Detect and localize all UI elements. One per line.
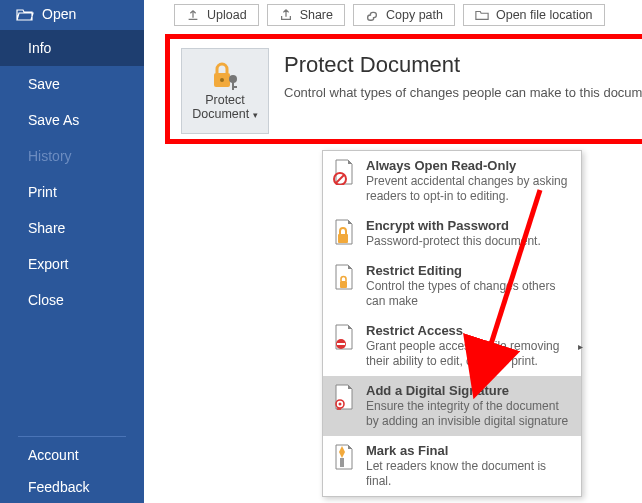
menu-title: Restrict Access	[366, 323, 571, 338]
svg-point-1	[220, 78, 224, 82]
sidebar-item-info[interactable]: Info	[0, 30, 144, 66]
folder-icon	[475, 8, 489, 22]
backstage-sidebar: Open Info Save Save As History Print Sha…	[0, 0, 144, 503]
protect-document-title: Protect Document	[284, 52, 460, 78]
read-only-icon	[332, 159, 356, 185]
copy-path-label: Copy path	[386, 8, 443, 22]
folder-open-icon	[16, 7, 34, 21]
sidebar-item-account[interactable]: Account	[0, 439, 144, 471]
info-pane: Upload Share Copy path Open file locatio…	[144, 0, 642, 503]
svg-rect-8	[340, 281, 347, 288]
protect-btn-line1: Protect	[205, 93, 245, 107]
svg-point-12	[339, 403, 342, 406]
copy-path-button[interactable]: Copy path	[353, 4, 455, 26]
sidebar-item-close[interactable]: Close	[0, 282, 144, 318]
menu-desc: Password-protect this document.	[366, 234, 541, 249]
share-icon	[279, 8, 293, 22]
final-icon	[332, 444, 356, 470]
menu-restrict-editing[interactable]: Restrict EditingControl the types of cha…	[323, 256, 581, 316]
menu-desc: Ensure the integrity of the document by …	[366, 399, 571, 429]
sidebar-item-share[interactable]: Share	[0, 210, 144, 246]
chevron-right-icon: ▸	[578, 341, 583, 352]
lock-key-icon	[209, 61, 241, 91]
menu-desc: Control the types of changes others can …	[366, 279, 571, 309]
protect-document-section: ProtectDocument ▾ Protect Document Contr…	[165, 34, 642, 144]
menu-encrypt-password[interactable]: Encrypt with PasswordPassword-protect th…	[323, 211, 581, 256]
chevron-down-icon: ▾	[253, 110, 258, 120]
menu-always-read-only[interactable]: Always Open Read-OnlyPrevent accidental …	[323, 151, 581, 211]
restrict-edit-icon	[332, 264, 356, 290]
menu-mark-as-final[interactable]: Mark as FinalLet readers know the docume…	[323, 436, 581, 496]
protect-btn-line2: Document	[192, 107, 249, 121]
share-label: Share	[300, 8, 333, 22]
menu-title: Always Open Read-Only	[366, 158, 571, 173]
sidebar-item-save-as[interactable]: Save As	[0, 102, 144, 138]
svg-rect-4	[234, 86, 237, 88]
svg-rect-7	[338, 234, 348, 243]
menu-title: Restrict Editing	[366, 263, 571, 278]
open-label: Open	[42, 6, 76, 22]
share-button[interactable]: Share	[267, 4, 345, 26]
menu-desc: Grant people access while removing their…	[366, 339, 571, 369]
menu-title: Mark as Final	[366, 443, 571, 458]
upload-icon	[186, 8, 200, 22]
svg-rect-3	[232, 82, 234, 90]
sidebar-item-save[interactable]: Save	[0, 66, 144, 102]
sidebar-separator	[18, 436, 126, 437]
upload-button[interactable]: Upload	[174, 4, 259, 26]
protect-document-button[interactable]: ProtectDocument ▾	[181, 48, 269, 134]
menu-desc: Let readers know the document is final.	[366, 459, 571, 489]
open-file-location-button[interactable]: Open file location	[463, 4, 605, 26]
sidebar-item-print[interactable]: Print	[0, 174, 144, 210]
open-file-location-label: Open file location	[496, 8, 593, 22]
encrypt-icon	[332, 219, 356, 245]
sidebar-item-history: History	[0, 138, 144, 174]
protect-document-menu: Always Open Read-OnlyPrevent accidental …	[322, 150, 582, 497]
svg-rect-13	[340, 458, 344, 467]
open-button[interactable]: Open	[0, 0, 144, 30]
signature-icon	[332, 384, 356, 410]
menu-add-digital-signature[interactable]: Add a Digital SignatureEnsure the integr…	[323, 376, 581, 436]
menu-title: Add a Digital Signature	[366, 383, 571, 398]
svg-rect-10	[337, 343, 345, 345]
info-toolbar: Upload Share Copy path Open file locatio…	[144, 0, 642, 26]
protect-document-desc: Control what types of changes people can…	[284, 85, 642, 100]
sidebar-item-feedback[interactable]: Feedback	[0, 471, 144, 503]
upload-label: Upload	[207, 8, 247, 22]
sidebar-item-export[interactable]: Export	[0, 246, 144, 282]
restrict-access-icon	[332, 324, 356, 350]
menu-desc: Prevent accidental changes by asking rea…	[366, 174, 571, 204]
menu-restrict-access[interactable]: Restrict AccessGrant people access while…	[323, 316, 581, 376]
link-icon	[365, 8, 379, 22]
svg-point-2	[229, 75, 237, 83]
menu-title: Encrypt with Password	[366, 218, 541, 233]
